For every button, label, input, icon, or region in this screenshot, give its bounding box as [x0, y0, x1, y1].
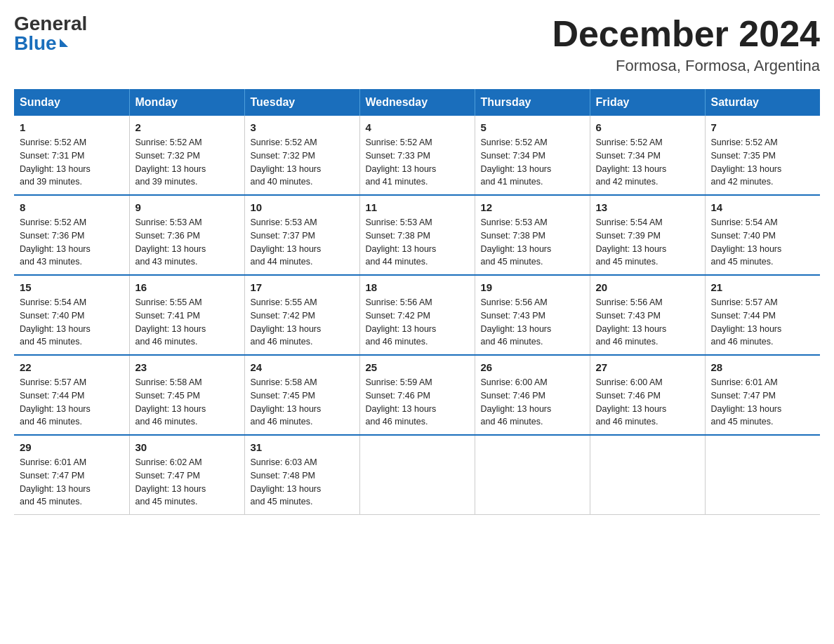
calendar-cell: 8Sunrise: 5:52 AM Sunset: 7:36 PM Daylig… [14, 195, 129, 275]
calendar-cell [475, 435, 590, 515]
calendar-cell [590, 435, 705, 515]
calendar-cell: 16Sunrise: 5:55 AM Sunset: 7:41 PM Dayli… [129, 275, 244, 355]
day-number: 30 [135, 441, 239, 453]
day-number: 31 [251, 441, 354, 453]
day-number: 26 [481, 361, 584, 373]
calendar-cell: 9Sunrise: 5:53 AM Sunset: 7:36 PM Daylig… [129, 195, 244, 275]
day-info: Sunrise: 5:56 AM Sunset: 7:43 PM Dayligh… [596, 296, 699, 349]
calendar-cell: 22Sunrise: 5:57 AM Sunset: 7:44 PM Dayli… [14, 355, 129, 435]
day-number: 1 [20, 121, 124, 133]
day-info: Sunrise: 5:54 AM Sunset: 7:40 PM Dayligh… [20, 296, 124, 349]
day-info: Sunrise: 5:52 AM Sunset: 7:32 PM Dayligh… [251, 136, 354, 189]
location-subtitle: Formosa, Formosa, Argentina [552, 57, 820, 75]
day-info: Sunrise: 5:58 AM Sunset: 7:45 PM Dayligh… [135, 376, 239, 429]
day-info: Sunrise: 5:59 AM Sunset: 7:46 PM Dayligh… [366, 376, 469, 429]
day-number: 15 [20, 281, 124, 293]
calendar-cell: 23Sunrise: 5:58 AM Sunset: 7:45 PM Dayli… [129, 355, 244, 435]
day-info: Sunrise: 6:03 AM Sunset: 7:48 PM Dayligh… [251, 456, 354, 509]
day-info: Sunrise: 5:53 AM Sunset: 7:37 PM Dayligh… [251, 216, 354, 269]
calendar-week-row: 22Sunrise: 5:57 AM Sunset: 7:44 PM Dayli… [14, 355, 820, 435]
day-number: 28 [711, 361, 815, 373]
calendar-week-row: 1Sunrise: 5:52 AM Sunset: 7:31 PM Daylig… [14, 116, 820, 195]
day-info: Sunrise: 5:54 AM Sunset: 7:40 PM Dayligh… [711, 216, 815, 269]
day-info: Sunrise: 5:52 AM Sunset: 7:34 PM Dayligh… [596, 136, 699, 189]
calendar-cell: 2Sunrise: 5:52 AM Sunset: 7:32 PM Daylig… [129, 116, 244, 195]
day-number: 16 [135, 281, 239, 293]
calendar-week-row: 29Sunrise: 6:01 AM Sunset: 7:47 PM Dayli… [14, 435, 820, 515]
day-number: 7 [711, 121, 815, 133]
day-info: Sunrise: 5:56 AM Sunset: 7:43 PM Dayligh… [481, 296, 584, 349]
day-info: Sunrise: 5:57 AM Sunset: 7:44 PM Dayligh… [20, 376, 124, 429]
title-section: December 2024 Formosa, Formosa, Argentin… [552, 14, 820, 75]
day-info: Sunrise: 5:55 AM Sunset: 7:41 PM Dayligh… [135, 296, 239, 349]
day-number: 17 [251, 281, 354, 293]
calendar-cell: 29Sunrise: 6:01 AM Sunset: 7:47 PM Dayli… [14, 435, 129, 515]
day-info: Sunrise: 6:02 AM Sunset: 7:47 PM Dayligh… [135, 456, 239, 509]
day-number: 14 [711, 201, 815, 213]
header-tuesday: Tuesday [244, 89, 359, 116]
calendar-cell: 7Sunrise: 5:52 AM Sunset: 7:35 PM Daylig… [705, 116, 820, 195]
header-monday: Monday [129, 89, 244, 116]
calendar-cell: 12Sunrise: 5:53 AM Sunset: 7:38 PM Dayli… [475, 195, 590, 275]
calendar-cell: 24Sunrise: 5:58 AM Sunset: 7:45 PM Dayli… [244, 355, 359, 435]
day-number: 11 [366, 201, 469, 213]
day-number: 2 [135, 121, 239, 133]
day-number: 10 [251, 201, 354, 213]
day-info: Sunrise: 5:53 AM Sunset: 7:36 PM Dayligh… [135, 216, 239, 269]
calendar-header-row: SundayMondayTuesdayWednesdayThursdayFrid… [14, 89, 820, 116]
day-number: 24 [251, 361, 354, 373]
calendar-cell: 10Sunrise: 5:53 AM Sunset: 7:37 PM Dayli… [244, 195, 359, 275]
logo: General Blue [14, 14, 87, 53]
logo-general-text: General [14, 14, 87, 34]
header-wednesday: Wednesday [359, 89, 475, 116]
day-info: Sunrise: 6:01 AM Sunset: 7:47 PM Dayligh… [711, 376, 815, 429]
page-header: General Blue December 2024 Formosa, Form… [14, 14, 820, 75]
calendar-cell: 19Sunrise: 5:56 AM Sunset: 7:43 PM Dayli… [475, 275, 590, 355]
month-year-title: December 2024 [552, 14, 820, 54]
day-info: Sunrise: 5:55 AM Sunset: 7:42 PM Dayligh… [251, 296, 354, 349]
day-info: Sunrise: 5:58 AM Sunset: 7:45 PM Dayligh… [251, 376, 354, 429]
day-number: 29 [20, 441, 124, 453]
calendar-table: SundayMondayTuesdayWednesdayThursdayFrid… [14, 89, 820, 515]
day-info: Sunrise: 5:54 AM Sunset: 7:39 PM Dayligh… [596, 216, 699, 269]
header-friday: Friday [590, 89, 705, 116]
day-info: Sunrise: 5:52 AM Sunset: 7:35 PM Dayligh… [711, 136, 815, 189]
calendar-cell: 15Sunrise: 5:54 AM Sunset: 7:40 PM Dayli… [14, 275, 129, 355]
day-number: 25 [366, 361, 469, 373]
calendar-cell [359, 435, 475, 515]
header-sunday: Sunday [14, 89, 129, 116]
header-thursday: Thursday [475, 89, 590, 116]
calendar-cell: 18Sunrise: 5:56 AM Sunset: 7:42 PM Dayli… [359, 275, 475, 355]
calendar-cell: 28Sunrise: 6:01 AM Sunset: 7:47 PM Dayli… [705, 355, 820, 435]
day-info: Sunrise: 6:00 AM Sunset: 7:46 PM Dayligh… [481, 376, 584, 429]
calendar-cell: 13Sunrise: 5:54 AM Sunset: 7:39 PM Dayli… [590, 195, 705, 275]
calendar-cell: 31Sunrise: 6:03 AM Sunset: 7:48 PM Dayli… [244, 435, 359, 515]
day-number: 9 [135, 201, 239, 213]
day-number: 13 [596, 201, 699, 213]
day-info: Sunrise: 5:52 AM Sunset: 7:31 PM Dayligh… [20, 136, 124, 189]
calendar-cell: 17Sunrise: 5:55 AM Sunset: 7:42 PM Dayli… [244, 275, 359, 355]
day-number: 4 [366, 121, 469, 133]
day-number: 19 [481, 281, 584, 293]
day-number: 23 [135, 361, 239, 373]
day-info: Sunrise: 5:57 AM Sunset: 7:44 PM Dayligh… [711, 296, 815, 349]
header-saturday: Saturday [705, 89, 820, 116]
day-number: 12 [481, 201, 584, 213]
calendar-cell: 20Sunrise: 5:56 AM Sunset: 7:43 PM Dayli… [590, 275, 705, 355]
day-info: Sunrise: 5:53 AM Sunset: 7:38 PM Dayligh… [366, 216, 469, 269]
calendar-cell: 14Sunrise: 5:54 AM Sunset: 7:40 PM Dayli… [705, 195, 820, 275]
calendar-cell: 27Sunrise: 6:00 AM Sunset: 7:46 PM Dayli… [590, 355, 705, 435]
calendar-cell: 30Sunrise: 6:02 AM Sunset: 7:47 PM Dayli… [129, 435, 244, 515]
calendar-cell: 6Sunrise: 5:52 AM Sunset: 7:34 PM Daylig… [590, 116, 705, 195]
day-info: Sunrise: 5:52 AM Sunset: 7:34 PM Dayligh… [481, 136, 584, 189]
day-info: Sunrise: 5:52 AM Sunset: 7:33 PM Dayligh… [366, 136, 469, 189]
day-number: 5 [481, 121, 584, 133]
calendar-week-row: 8Sunrise: 5:52 AM Sunset: 7:36 PM Daylig… [14, 195, 820, 275]
day-info: Sunrise: 5:52 AM Sunset: 7:32 PM Dayligh… [135, 136, 239, 189]
calendar-week-row: 15Sunrise: 5:54 AM Sunset: 7:40 PM Dayli… [14, 275, 820, 355]
day-number: 18 [366, 281, 469, 293]
calendar-cell: 26Sunrise: 6:00 AM Sunset: 7:46 PM Dayli… [475, 355, 590, 435]
day-number: 20 [596, 281, 699, 293]
calendar-cell: 25Sunrise: 5:59 AM Sunset: 7:46 PM Dayli… [359, 355, 475, 435]
day-number: 8 [20, 201, 124, 213]
